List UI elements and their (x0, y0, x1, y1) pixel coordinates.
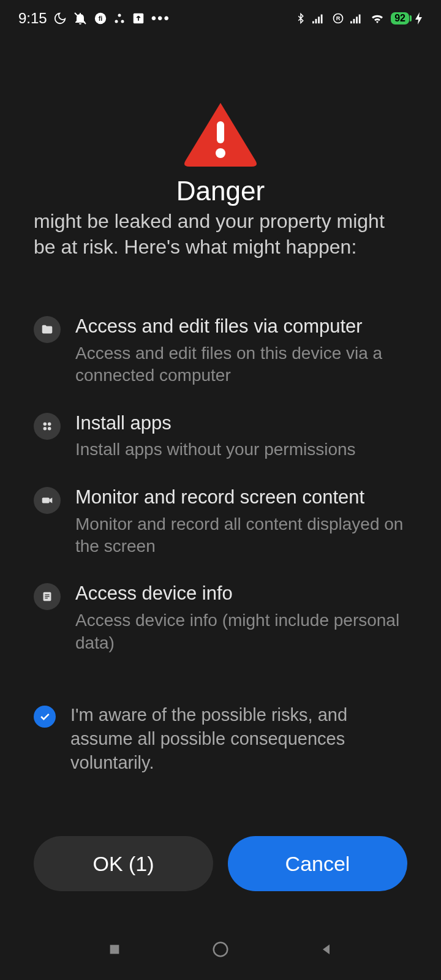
wifi-icon (370, 12, 385, 24)
signal-icon-1 (312, 13, 326, 24)
svg-point-22 (48, 427, 51, 431)
svg-text:fi: fi (98, 15, 102, 22)
risk-title: Install apps (75, 412, 407, 435)
svg-rect-28 (110, 945, 119, 954)
consent-checkbox[interactable] (34, 706, 56, 728)
back-button[interactable] (315, 938, 337, 960)
nearby-icon (113, 12, 126, 24)
home-button[interactable] (209, 938, 232, 960)
signal-icon-2 (350, 13, 364, 24)
dialog-body-text: might be leaked and your property might … (34, 209, 407, 260)
risk-title: Monitor and record screen content (75, 486, 407, 510)
risk-item-monitor: Monitor and record screen content Monito… (34, 486, 407, 558)
dialog-title: Danger (176, 176, 265, 206)
battery-icon: 92 (391, 12, 409, 24)
svg-point-20 (48, 422, 51, 426)
consent-checkbox-row[interactable]: I'm aware of the possible risks, and ass… (34, 703, 407, 775)
status-bar: 9:15 fi ••• R 92 (0, 0, 441, 37)
ok-button[interactable]: OK (1) (34, 836, 213, 891)
bluetooth-icon (295, 12, 306, 25)
circle-f-icon: fi (94, 12, 107, 25)
battery-level: 92 (394, 13, 405, 24)
svg-rect-7 (312, 21, 314, 24)
risk-desc: Monitor and record all content displayed… (75, 513, 407, 558)
svg-rect-26 (45, 596, 49, 597)
danger-dialog: Danger might be leaked and your property… (0, 37, 441, 891)
svg-rect-10 (321, 15, 323, 24)
risk-list: Access and edit files via computer Acces… (34, 315, 407, 654)
vibrate-icon (73, 11, 88, 26)
svg-rect-16 (359, 15, 361, 24)
risk-title: Access device info (75, 582, 407, 606)
camera-icon (34, 487, 61, 514)
svg-point-29 (214, 943, 228, 957)
svg-rect-15 (356, 17, 358, 23)
svg-point-3 (115, 20, 118, 23)
warning-triangle-icon (181, 98, 260, 168)
consent-label: I'm aware of the possible risks, and ass… (70, 703, 407, 775)
recent-apps-button[interactable] (104, 938, 126, 960)
circle-r-icon: R (332, 12, 344, 24)
doc-icon (34, 583, 61, 610)
svg-text:R: R (336, 15, 341, 21)
risk-item-device-info: Access device info Access device info (m… (34, 582, 407, 654)
navigation-bar (0, 931, 441, 968)
charging-icon (415, 12, 423, 24)
svg-rect-9 (318, 17, 320, 23)
svg-point-5 (121, 20, 124, 23)
svg-rect-23 (42, 497, 50, 503)
svg-rect-27 (45, 598, 48, 598)
status-right: R 92 (295, 12, 423, 25)
svg-point-4 (118, 14, 121, 17)
risk-desc: Access device info (might include person… (75, 609, 407, 654)
svg-point-21 (43, 427, 47, 431)
status-left: 9:15 fi ••• (18, 10, 170, 27)
cancel-button[interactable]: Cancel (228, 836, 407, 891)
svg-rect-17 (217, 121, 224, 143)
apps-icon (34, 413, 61, 440)
button-row: OK (1) Cancel (34, 836, 407, 891)
svg-rect-13 (350, 21, 352, 24)
risk-desc: Install apps without your permissions (75, 439, 407, 461)
risk-item-files: Access and edit files via computer Acces… (34, 315, 407, 387)
more-icon: ••• (151, 10, 170, 27)
risk-desc: Access and edit files on this device via… (75, 342, 407, 387)
svg-point-18 (216, 148, 225, 158)
risk-title: Access and edit files via computer (75, 315, 407, 339)
svg-rect-14 (353, 19, 355, 23)
svg-rect-25 (45, 595, 49, 595)
dnd-icon (53, 12, 67, 25)
risk-item-install: Install apps Install apps without your p… (34, 412, 407, 461)
svg-rect-8 (315, 19, 317, 23)
status-time: 9:15 (18, 10, 47, 27)
upload-icon (132, 12, 145, 25)
svg-point-19 (43, 422, 47, 426)
folder-icon (34, 316, 61, 343)
